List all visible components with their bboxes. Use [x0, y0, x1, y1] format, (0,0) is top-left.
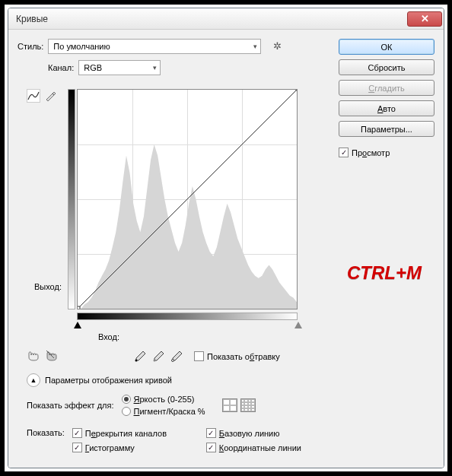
channel-label: Канал: [48, 63, 74, 72]
svg-point-4 [172, 359, 174, 361]
disclosure-button[interactable]: ▲ [27, 373, 40, 387]
reset-button[interactable]: Сбросить [339, 59, 434, 75]
eyedropper-black-icon[interactable] [133, 350, 147, 363]
ok-button[interactable]: ОК [339, 39, 434, 55]
input-label: Вход: [98, 332, 119, 341]
intersection-label: Координатные линии [219, 443, 301, 452]
clipping-checkbox[interactable] [194, 351, 204, 361]
curve-handle-black[interactable] [77, 306, 81, 310]
intersection-checkbox[interactable] [206, 443, 216, 452]
curve-tool-icon[interactable] [27, 89, 40, 103]
pigment-label: Пигмент/Краска % [134, 407, 205, 416]
svg-point-2 [135, 359, 138, 361]
grid-detailed-icon[interactable] [240, 398, 256, 412]
hand-tool-icon[interactable] [27, 349, 40, 363]
histogram-label: Гистограмму [85, 443, 135, 452]
curve-handle-white[interactable] [296, 89, 298, 91]
white-point-slider[interactable] [294, 322, 302, 328]
gear-icon[interactable]: ✲ [273, 40, 285, 52]
eyedropper-white-icon[interactable] [170, 350, 183, 363]
channel-select[interactable]: RGB [78, 60, 161, 75]
baseline-label: Базовую линию [219, 429, 280, 438]
overlays-checkbox[interactable] [72, 428, 82, 438]
clipping-label: Показать обтравку [207, 352, 280, 361]
black-point-slider[interactable] [74, 322, 81, 328]
pigment-radio[interactable] [122, 407, 131, 416]
histogram-checkbox[interactable] [72, 443, 82, 452]
shortcut-annotation: CTRL+M [347, 262, 422, 284]
auto-button[interactable]: Авто [339, 100, 434, 116]
pencil-tool-icon[interactable] [43, 89, 57, 103]
grid-simple-icon[interactable] [222, 398, 237, 412]
gradient-horizontal [77, 313, 298, 320]
light-label: Яркость (0-255) [134, 395, 195, 404]
curve-canvas[interactable] [77, 89, 298, 309]
smooth-button[interactable]: Сгладить [339, 80, 434, 96]
preview-checkbox[interactable] [339, 148, 349, 157]
light-radio[interactable] [122, 395, 131, 404]
window-title: Кривые [16, 14, 48, 24]
hand-tool-alt-icon[interactable] [45, 349, 59, 363]
options-button[interactable]: Параметры... [339, 121, 434, 137]
style-label: Стиль: [18, 42, 43, 51]
svg-point-3 [154, 359, 156, 361]
output-label: Выход: [34, 282, 62, 291]
disclosure-label: Параметры отображения кривой [45, 376, 172, 385]
preview-label: Просмотр [352, 148, 390, 157]
svg-line-0 [78, 90, 297, 309]
style-value: По умолчанию [53, 42, 110, 51]
show-label: Показать: [27, 428, 65, 437]
effect-label: Показать эффект для: [27, 401, 114, 410]
channel-value: RGB [84, 63, 102, 72]
curve-line [78, 90, 297, 309]
close-button[interactable]: ✕ [407, 11, 442, 27]
eyedropper-gray-icon[interactable] [151, 350, 165, 363]
baseline-checkbox[interactable] [206, 428, 216, 438]
style-select[interactable]: По умолчанию [48, 39, 261, 54]
titlebar: Кривые ✕ [8, 8, 444, 30]
gradient-vertical [68, 89, 75, 309]
overlays-label: Перекрытия каналов [85, 429, 167, 438]
